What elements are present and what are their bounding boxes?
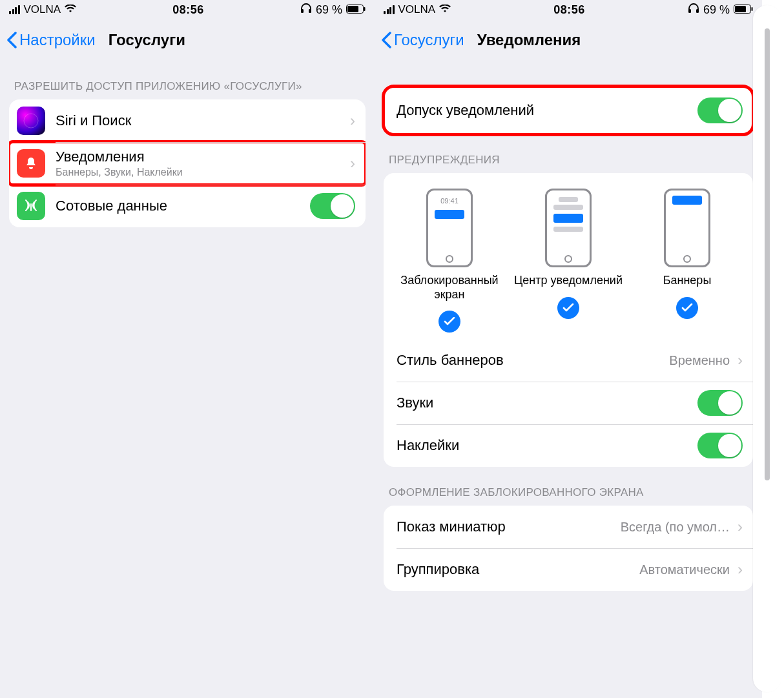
nav-bar: Госуслуги Уведомления xyxy=(375,19,762,61)
alert-label: Центр уведомлений xyxy=(514,274,623,288)
row-label: Допуск уведомлений xyxy=(397,102,697,119)
svg-point-5 xyxy=(24,114,38,128)
notification-center-preview-icon xyxy=(545,189,592,267)
svg-rect-1 xyxy=(309,9,311,13)
row-sublabel: Баннеры, Звуки, Наклейки xyxy=(56,167,345,178)
row-allow-notifications[interactable]: Допуск уведомлений xyxy=(384,89,753,132)
row-label: Стиль баннеров xyxy=(397,352,669,369)
check-icon xyxy=(438,311,460,333)
scrollbar-thumb[interactable] xyxy=(765,28,770,480)
svg-rect-10 xyxy=(752,7,753,11)
scrollbar[interactable] xyxy=(753,5,781,692)
row-value: Автоматически xyxy=(639,562,730,577)
access-list: Siri и Поиск › Уведомления Баннеры, Звук… xyxy=(9,99,366,227)
row-notifications[interactable]: Уведомления Баннеры, Звуки, Наклейки › xyxy=(9,142,366,185)
alert-option-lock-screen[interactable]: 09:41 Заблокированный экран xyxy=(395,189,504,333)
row-label: Уведомления xyxy=(56,149,345,165)
chevron-right-icon: › xyxy=(738,351,743,369)
status-bar: VOLNA 08:56 69 % xyxy=(0,0,375,19)
alert-label: Баннеры xyxy=(663,274,712,288)
back-label: Настройки xyxy=(19,31,96,49)
check-icon xyxy=(557,297,579,319)
carrier-label: VOLNA xyxy=(398,3,436,16)
battery-percent: 69 % xyxy=(703,3,730,17)
row-label: Группировка xyxy=(397,561,639,578)
section-header-alerts: ПРЕДУПРЕЖДЕНИЯ xyxy=(375,134,762,173)
svg-rect-7 xyxy=(696,9,699,13)
back-button[interactable]: Госуслуги xyxy=(381,31,464,49)
status-time: 08:56 xyxy=(172,3,204,17)
antenna-icon xyxy=(17,192,45,220)
signal-icon xyxy=(384,5,395,14)
status-time: 08:56 xyxy=(553,3,585,17)
chevron-right-icon: › xyxy=(350,112,355,130)
alert-styles-row: 09:41 Заблокированный экран Центр уведом… xyxy=(384,173,753,339)
svg-rect-0 xyxy=(301,9,304,13)
row-badges[interactable]: Наклейки xyxy=(384,424,753,467)
chevron-left-icon xyxy=(6,32,17,48)
row-value: Временно xyxy=(669,353,730,368)
page-title: Госуслуги xyxy=(108,31,185,49)
svg-rect-4 xyxy=(364,7,366,11)
wifi-icon xyxy=(439,3,451,17)
chevron-right-icon: › xyxy=(738,560,743,579)
row-label: Сотовые данные xyxy=(56,198,310,214)
svg-rect-9 xyxy=(735,6,746,12)
row-label: Звуки xyxy=(397,395,697,411)
banner-preview-icon xyxy=(664,189,710,267)
section-header-allow-access: РАЗРЕШИТЬ ДОСТУП ПРИЛОЖЕНИЮ «ГОСУСЛУГИ» xyxy=(0,61,375,99)
cellular-switch[interactable] xyxy=(310,193,355,219)
row-sounds[interactable]: Звуки xyxy=(384,382,753,424)
svg-rect-6 xyxy=(688,9,691,13)
badges-switch[interactable] xyxy=(697,433,743,458)
battery-icon xyxy=(734,3,753,17)
back-button[interactable]: Настройки xyxy=(6,31,96,49)
row-value: Всегда (по умол… xyxy=(621,520,730,535)
row-label: Показ миниатюр xyxy=(397,518,621,535)
row-cellular-data[interactable]: Сотовые данные xyxy=(9,185,366,227)
allow-notifications-group: Допуск уведомлений xyxy=(384,87,753,134)
sounds-switch[interactable] xyxy=(697,390,743,416)
page-title: Уведомления xyxy=(477,31,581,49)
chevron-right-icon: › xyxy=(738,518,743,536)
phone-right: VOLNA 08:56 69 % Госуслуги Уведомления Д… xyxy=(375,0,762,698)
siri-icon xyxy=(17,107,45,135)
alert-option-notification-center[interactable]: Центр уведомлений xyxy=(513,189,623,333)
chevron-left-icon xyxy=(381,32,391,48)
svg-rect-3 xyxy=(347,6,358,12)
bell-icon xyxy=(17,149,45,178)
allow-switch[interactable] xyxy=(697,98,743,123)
row-label: Наклейки xyxy=(397,437,697,454)
carrier-label: VOLNA xyxy=(24,3,61,16)
phone-left: VOLNA 08:56 69 % Настройки Госуслуги РАЗ… xyxy=(0,0,375,698)
lock-screen-list: Показ миниатюр Всегда (по умол… › Группи… xyxy=(384,506,753,591)
alert-label: Заблокированный экран xyxy=(395,274,504,302)
row-banner-style[interactable]: Стиль баннеров Временно › xyxy=(384,339,753,382)
chevron-right-icon: › xyxy=(350,154,355,172)
row-siri-search[interactable]: Siri и Поиск › xyxy=(9,99,366,142)
alert-option-banners[interactable]: Баннеры xyxy=(632,189,742,333)
row-show-previews[interactable]: Показ миниатюр Всегда (по умол… › xyxy=(384,506,753,548)
back-label: Госуслуги xyxy=(394,31,464,49)
headphones-icon xyxy=(300,3,312,17)
battery-percent: 69 % xyxy=(316,3,342,17)
signal-icon xyxy=(9,5,20,14)
status-bar: VOLNA 08:56 69 % xyxy=(375,0,762,19)
row-grouping[interactable]: Группировка Автоматически › xyxy=(384,548,753,591)
headphones-icon xyxy=(688,3,699,17)
row-label: Siri и Поиск xyxy=(56,112,345,129)
nav-bar: Настройки Госуслуги xyxy=(0,19,375,61)
lock-screen-preview-icon: 09:41 xyxy=(426,189,473,267)
check-icon xyxy=(676,297,698,319)
battery-icon xyxy=(346,3,366,17)
alerts-list: 09:41 Заблокированный экран Центр уведом… xyxy=(384,173,753,467)
wifi-icon xyxy=(65,3,76,17)
section-header-lock-screen: ОФОРМЛЕНИЕ ЗАБЛОКИРОВАННОГО ЭКРАНА xyxy=(375,467,762,506)
